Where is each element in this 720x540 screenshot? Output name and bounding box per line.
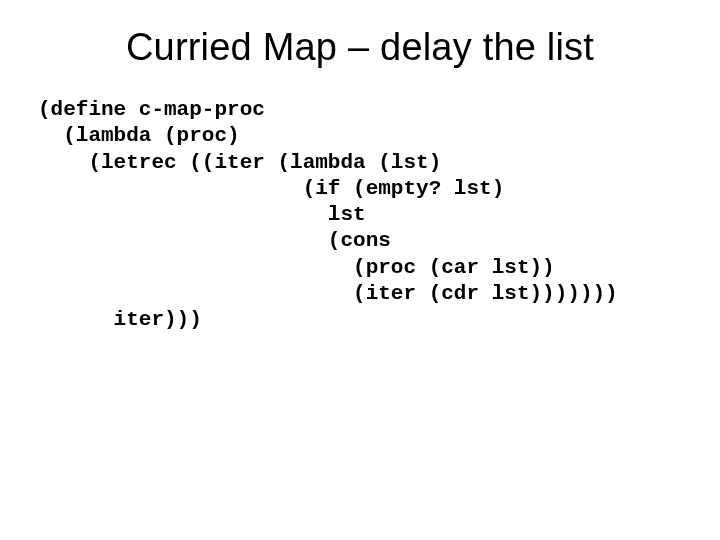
slide: Curried Map – delay the list (define c-m… <box>0 0 720 540</box>
code-block: (define c-map-proc (lambda (proc) (letre… <box>0 79 720 333</box>
slide-title: Curried Map – delay the list <box>0 0 720 79</box>
